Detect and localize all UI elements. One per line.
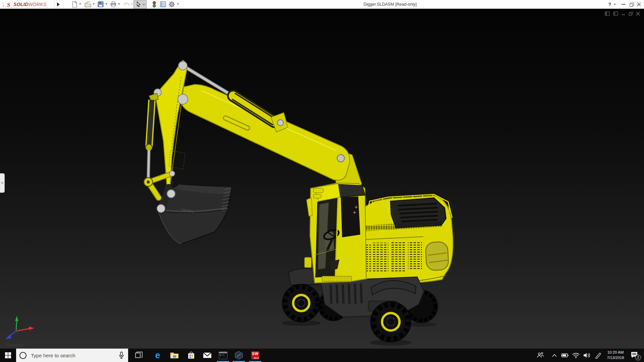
orientation-triad bbox=[0, 312, 44, 344]
microphone-icon[interactable] bbox=[119, 352, 124, 359]
options-gear-button[interactable] bbox=[168, 1, 175, 8]
solidworks-logo: 3 S SOLIDWORKS bbox=[3, 0, 47, 8]
taskbar-search-input[interactable]: Type here to search bbox=[16, 349, 128, 362]
hexagon-app-button[interactable] bbox=[231, 349, 246, 362]
cursor-icon bbox=[136, 1, 142, 7]
battery-charging-icon bbox=[560, 353, 569, 358]
brand-text: SOLIDWORKS bbox=[13, 2, 47, 7]
solidworks-window: 3 S SOLIDWORKS bbox=[0, 0, 644, 362]
battery-button[interactable] bbox=[559, 349, 570, 362]
help-button[interactable]: ? bbox=[608, 1, 611, 7]
select-tool-button[interactable] bbox=[133, 0, 147, 9]
rear-wheel[interactable] bbox=[371, 302, 411, 342]
windows-logo-icon bbox=[5, 352, 11, 358]
title-bar: 3 S SOLIDWORKS bbox=[0, 0, 644, 9]
excavator-model[interactable] bbox=[0, 9, 644, 349]
dropdown-arrow-icon[interactable] bbox=[105, 3, 107, 5]
view-orientation-label: *Dimetric bbox=[5, 343, 24, 348]
document-title: Digger.SLDASM [Read-only] bbox=[364, 2, 417, 7]
close-button[interactable] bbox=[637, 1, 641, 7]
action-center-button[interactable]: 2 bbox=[629, 349, 642, 362]
svg-text:S: S bbox=[7, 2, 10, 8]
excavator-boom-plate[interactable] bbox=[156, 60, 187, 188]
file-properties-button[interactable] bbox=[160, 1, 166, 8]
solidworks-2017-icon: SW 2017 bbox=[251, 351, 259, 359]
print-button[interactable] bbox=[110, 1, 117, 8]
cortana-icon bbox=[19, 352, 26, 359]
divider bbox=[55, 0, 55, 9]
edge-icon: e bbox=[155, 351, 160, 360]
dropdown-arrow-icon[interactable] bbox=[118, 3, 120, 5]
windows-ink-button[interactable] bbox=[593, 349, 603, 362]
windows-taskbar: Type here to search e bbox=[0, 349, 644, 362]
pen-icon bbox=[595, 352, 601, 359]
speaker-icon bbox=[583, 352, 591, 358]
store-icon bbox=[187, 351, 195, 359]
file-explorer-icon bbox=[170, 352, 179, 359]
ds-logo-icon: 3 S bbox=[3, 1, 13, 8]
undo-button[interactable] bbox=[123, 1, 130, 8]
wifi-icon bbox=[572, 353, 580, 358]
new-document-button[interactable] bbox=[71, 1, 78, 8]
store-button[interactable] bbox=[184, 349, 199, 362]
chevron-up-icon bbox=[552, 354, 557, 357]
dropdown-arrow-icon[interactable] bbox=[93, 3, 95, 5]
command-prompt-button[interactable]: C:\ bbox=[216, 349, 230, 362]
dropdown-arrow-icon[interactable] bbox=[143, 4, 145, 5]
volume-button[interactable] bbox=[582, 349, 592, 362]
excavator-body[interactable] bbox=[355, 194, 453, 283]
dropdown-arrow-icon[interactable] bbox=[131, 3, 133, 5]
open-button[interactable] bbox=[85, 1, 91, 8]
excavator-cab[interactable] bbox=[305, 183, 366, 283]
start-button[interactable] bbox=[0, 349, 16, 362]
rebuild-stoplight-button[interactable] bbox=[151, 1, 158, 8]
task-view-icon bbox=[135, 352, 143, 359]
command-prompt-icon: C:\ bbox=[219, 352, 227, 359]
rear-window bbox=[425, 241, 449, 270]
people-button[interactable] bbox=[535, 349, 545, 362]
minimize-button[interactable] bbox=[622, 1, 625, 7]
hexagon-app-icon bbox=[234, 351, 243, 360]
edge-button[interactable]: e bbox=[150, 349, 165, 362]
mail-icon bbox=[203, 352, 212, 359]
excavator-arm[interactable] bbox=[179, 84, 350, 180]
clock[interactable]: 10:20 AM 7/13/2018 bbox=[604, 350, 627, 360]
graphics-viewport[interactable]: *Dimetric bbox=[0, 9, 644, 349]
x-axis-arrow bbox=[29, 326, 34, 330]
mail-button[interactable] bbox=[200, 349, 215, 362]
ground-shadows bbox=[282, 320, 437, 346]
file-explorer-button[interactable] bbox=[167, 349, 182, 362]
cab-side-window bbox=[341, 196, 360, 237]
notification-badge: 2 bbox=[635, 355, 641, 360]
y-axis-arrow bbox=[15, 316, 18, 321]
date-label: 7/13/2018 bbox=[604, 355, 627, 360]
search-placeholder: Type here to search bbox=[31, 353, 119, 358]
dropdown-arrow-icon[interactable] bbox=[614, 4, 616, 5]
time-label: 10:20 AM bbox=[604, 350, 627, 355]
dropdown-arrow-icon[interactable] bbox=[79, 3, 81, 5]
task-view-button[interactable] bbox=[131, 349, 146, 362]
solidworks-app-button[interactable]: SW 2017 bbox=[248, 349, 263, 362]
bucket-cylinder[interactable] bbox=[146, 93, 158, 180]
restore-button[interactable] bbox=[630, 1, 633, 7]
menu-expand-arrow[interactable] bbox=[57, 2, 60, 6]
wifi-button[interactable] bbox=[571, 349, 581, 362]
dropdown-arrow-icon[interactable] bbox=[177, 3, 179, 5]
people-icon bbox=[537, 352, 544, 359]
save-button[interactable] bbox=[97, 1, 104, 8]
front-wheel[interactable] bbox=[282, 284, 320, 322]
svg-text:3: 3 bbox=[3, 1, 4, 8]
hidden-icons-button[interactable] bbox=[549, 349, 559, 362]
